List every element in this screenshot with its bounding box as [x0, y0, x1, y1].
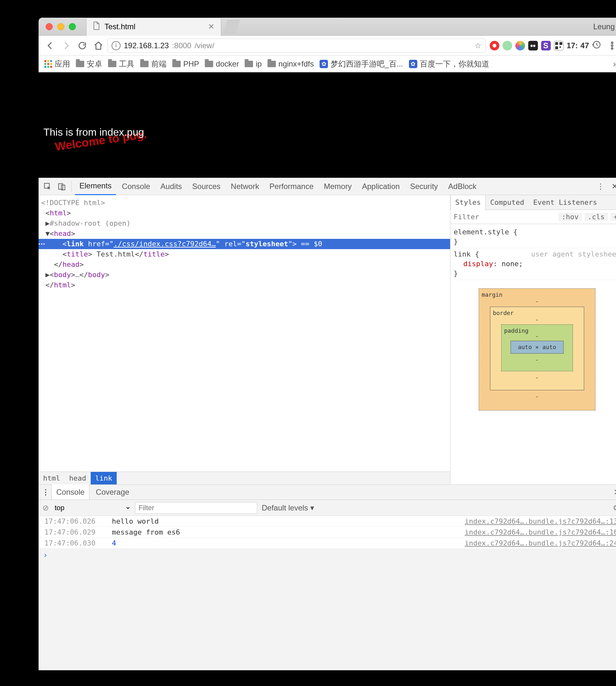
- tab-network[interactable]: Network: [226, 178, 264, 195]
- window-controls: [39, 23, 83, 30]
- svg-rect-3: [559, 46, 561, 48]
- style-rule[interactable]: user agent stylesheet link { display: no…: [454, 248, 616, 280]
- styles-filter-input[interactable]: [450, 210, 556, 224]
- crumb[interactable]: html: [39, 472, 65, 484]
- dom-selected-node[interactable]: <link href="./css/index.css?c792d64…" re…: [39, 239, 450, 249]
- reload-button[interactable]: [75, 39, 89, 53]
- hov-button[interactable]: :hov: [558, 213, 582, 221]
- close-tab-icon[interactable]: ✕: [208, 22, 215, 31]
- svg-point-7: [612, 48, 613, 49]
- omnibox[interactable]: i 192.168.1.23:8000/view/ ☆: [107, 39, 486, 53]
- bookmark-link[interactable]: ✿梦幻西游手游吧_百...: [320, 59, 403, 69]
- page-text: This is from index.pug: [43, 126, 144, 138]
- url-host: 192.168.1.23: [124, 41, 169, 50]
- log-levels-select[interactable]: Default levels ▾: [262, 503, 314, 512]
- browser-tab[interactable]: Test.html ✕: [86, 18, 221, 36]
- styles-tab[interactable]: Styles: [450, 195, 485, 210]
- console-settings-icon[interactable]: ⚙: [613, 503, 616, 512]
- clock-extension[interactable]: 17:47: [567, 41, 589, 50]
- folder-icon: [76, 61, 84, 67]
- device-toggle-icon[interactable]: [55, 180, 68, 193]
- drawer-tab-coverage[interactable]: Coverage: [91, 484, 134, 500]
- extension-icon[interactable]: [503, 41, 512, 50]
- drawer-tab-console[interactable]: Console: [51, 484, 89, 500]
- devtools-menu-icon[interactable]: ⋮: [594, 180, 607, 193]
- maximize-window-button[interactable]: [69, 23, 76, 30]
- folder-icon: [245, 61, 253, 67]
- profile-name[interactable]: Leung: [584, 22, 616, 31]
- more-tabs-icon[interactable]: »: [612, 195, 616, 210]
- crumb[interactable]: head: [65, 472, 91, 484]
- bookmark-folder[interactable]: 前端: [140, 59, 167, 69]
- extension-icon[interactable]: [515, 41, 525, 50]
- tab-console[interactable]: Console: [117, 178, 155, 195]
- new-rule-icon[interactable]: +: [611, 213, 616, 221]
- bookmark-folder[interactable]: PHP: [172, 60, 199, 68]
- extension-icon[interactable]: [490, 41, 499, 50]
- style-rule[interactable]: element.style { }: [454, 226, 616, 248]
- clear-console-icon[interactable]: ⊘: [42, 503, 49, 512]
- drawer-close-icon[interactable]: ✕: [613, 487, 616, 497]
- bookmark-folder[interactable]: ip: [245, 60, 262, 68]
- minimize-window-button[interactable]: [57, 23, 64, 30]
- bookmark-folder[interactable]: nginx+fdfs: [267, 60, 314, 68]
- tab-sources[interactable]: Sources: [188, 178, 225, 195]
- folder-icon: [108, 61, 116, 67]
- drawer-tabs: ⋮ Console Coverage ✕: [39, 484, 616, 500]
- favicon: ✿: [409, 60, 417, 68]
- home-button[interactable]: [91, 39, 106, 53]
- crumb[interactable]: link: [91, 472, 117, 484]
- dom-tree[interactable]: <!DOCTYPE html> <html> ▶#shadow-root (op…: [39, 195, 450, 484]
- drawer-menu-icon[interactable]: ⋮: [42, 488, 49, 497]
- forward-button[interactable]: [59, 39, 73, 53]
- console-log-row[interactable]: 17:47:06.0304index.c792d64….bundle.js?c7…: [39, 538, 616, 549]
- svg-rect-2: [555, 46, 558, 49]
- url-path: /view/: [195, 41, 214, 50]
- back-button[interactable]: [43, 39, 57, 53]
- toolbar: i 192.168.1.23:8000/view/ ☆ •• S 17:47: [39, 36, 616, 56]
- menu-button[interactable]: [605, 39, 616, 53]
- folder-icon: [267, 61, 276, 67]
- context-select[interactable]: top: [53, 502, 131, 514]
- bookmark-star-icon[interactable]: ☆: [475, 41, 482, 50]
- tab-memory[interactable]: Memory: [319, 178, 356, 195]
- svg-point-6: [612, 45, 613, 46]
- bookmarks-overflow-icon[interactable]: »: [613, 59, 616, 69]
- tab-performance[interactable]: Performance: [265, 178, 318, 195]
- devtools-tabs: Elements Console Audits Sources Network …: [39, 178, 616, 195]
- inspect-icon[interactable]: [41, 180, 54, 193]
- site-info-icon[interactable]: i: [112, 41, 120, 50]
- listeners-tab[interactable]: Event Listeners: [529, 195, 601, 210]
- history-icon[interactable]: [592, 40, 601, 51]
- cls-button[interactable]: .cls: [585, 213, 608, 221]
- extension-icon[interactable]: S: [541, 41, 551, 50]
- qr-icon[interactable]: [554, 41, 564, 50]
- tab-adblock[interactable]: AdBlock: [444, 178, 481, 195]
- computed-tab[interactable]: Computed: [485, 195, 529, 210]
- console-filter-input[interactable]: [135, 502, 257, 514]
- page-viewport: Welcome to pug. This is from index.pug: [39, 72, 616, 178]
- tab-security[interactable]: Security: [405, 178, 442, 195]
- svg-rect-1: [559, 42, 562, 45]
- bookmark-link[interactable]: ✿百度一下，你就知道: [409, 59, 489, 69]
- console-prompt[interactable]: ›: [39, 549, 616, 561]
- apps-button[interactable]: 应用: [44, 59, 70, 69]
- tab-title: Test.html: [105, 22, 135, 31]
- box-model[interactable]: margin- border- padding- auto × auto - -…: [454, 288, 616, 411]
- devtools-close-icon[interactable]: ✕: [608, 180, 616, 193]
- bookmark-folder[interactable]: 工具: [108, 59, 134, 69]
- tab-application[interactable]: Application: [357, 178, 404, 195]
- console-log-row[interactable]: 17:47:06.026hello worldindex.c792d64….bu…: [39, 516, 616, 527]
- tab-audits[interactable]: Audits: [156, 178, 186, 195]
- extension-icon[interactable]: ••: [528, 41, 538, 50]
- favicon: ✿: [320, 60, 328, 68]
- svg-rect-0: [555, 42, 558, 45]
- devtools: Elements Console Audits Sources Network …: [39, 178, 616, 670]
- new-tab-button[interactable]: [224, 20, 240, 33]
- bookmark-folder[interactable]: docker: [205, 60, 239, 68]
- tab-elements[interactable]: Elements: [75, 178, 116, 195]
- close-window-button[interactable]: [46, 23, 53, 30]
- bookmark-folder[interactable]: 安卓: [76, 59, 102, 69]
- dom-breadcrumbs: html head link: [39, 471, 450, 484]
- console-log-row[interactable]: 17:47:06.029message from es6index.c792d6…: [39, 527, 616, 538]
